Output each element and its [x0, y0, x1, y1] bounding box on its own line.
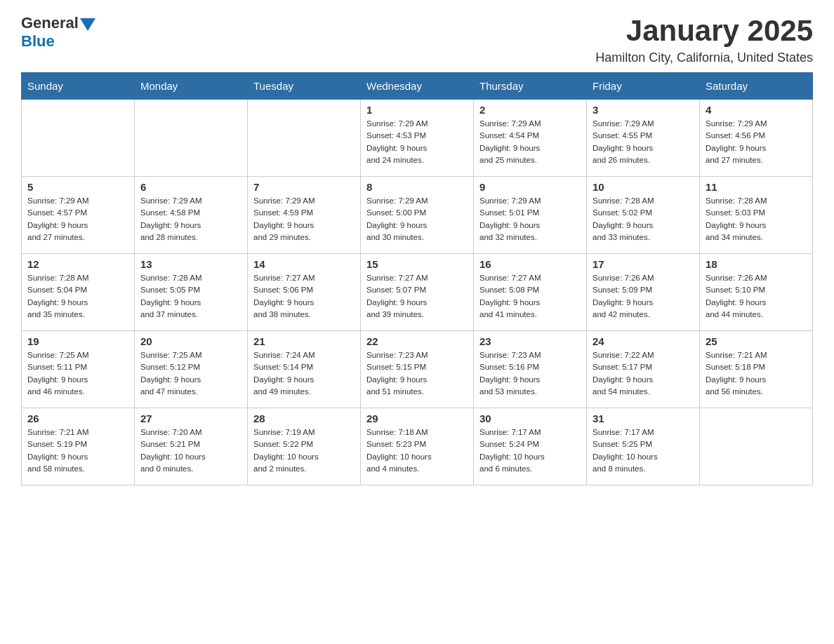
- table-row: 1Sunrise: 7:29 AMSunset: 4:53 PMDaylight…: [361, 100, 474, 177]
- day-info: Sunrise: 7:18 AMSunset: 5:23 PMDaylight:…: [366, 427, 468, 475]
- calendar-week-row: 12Sunrise: 7:28 AMSunset: 5:04 PMDayligh…: [22, 254, 813, 331]
- table-row: 31Sunrise: 7:17 AMSunset: 5:25 PMDayligh…: [587, 408, 700, 485]
- day-info: Sunrise: 7:23 AMSunset: 5:16 PMDaylight:…: [479, 349, 581, 398]
- day-info: Sunrise: 7:29 AMSunset: 4:56 PMDaylight:…: [706, 118, 807, 166]
- day-info: Sunrise: 7:27 AMSunset: 5:07 PMDaylight:…: [366, 272, 468, 321]
- day-number: 3: [593, 104, 694, 116]
- table-row: 9Sunrise: 7:29 AMSunset: 5:01 PMDaylight…: [474, 177, 587, 254]
- day-info: Sunrise: 7:24 AMSunset: 5:14 PMDaylight:…: [253, 349, 355, 398]
- day-info: Sunrise: 7:25 AMSunset: 5:12 PMDaylight:…: [140, 349, 241, 398]
- calendar-week-row: 26Sunrise: 7:21 AMSunset: 5:19 PMDayligh…: [22, 408, 813, 485]
- calendar-week-row: 5Sunrise: 7:29 AMSunset: 4:57 PMDaylight…: [22, 177, 813, 254]
- table-row: 5Sunrise: 7:29 AMSunset: 4:57 PMDaylight…: [22, 177, 135, 254]
- day-info: Sunrise: 7:29 AMSunset: 4:59 PMDaylight:…: [253, 195, 355, 243]
- day-number: 30: [479, 412, 581, 424]
- day-number: 20: [140, 335, 241, 347]
- table-row: 25Sunrise: 7:21 AMSunset: 5:18 PMDayligh…: [700, 331, 813, 408]
- day-number: 19: [27, 335, 128, 347]
- calendar-subtitle: Hamilton City, California, United States: [595, 51, 813, 65]
- day-number: 13: [140, 258, 241, 270]
- day-info: Sunrise: 7:28 AMSunset: 5:02 PMDaylight:…: [593, 195, 694, 243]
- day-info: Sunrise: 7:29 AMSunset: 4:55 PMDaylight:…: [593, 118, 694, 166]
- col-saturday: Saturday: [700, 73, 813, 100]
- table-row: 8Sunrise: 7:29 AMSunset: 5:00 PMDaylight…: [361, 177, 474, 254]
- calendar-week-row: 1Sunrise: 7:29 AMSunset: 4:53 PMDaylight…: [22, 100, 813, 177]
- col-sunday: Sunday: [22, 73, 135, 100]
- day-info: Sunrise: 7:29 AMSunset: 5:00 PMDaylight:…: [366, 195, 468, 243]
- day-number: 11: [706, 181, 807, 193]
- table-row: 22Sunrise: 7:23 AMSunset: 5:15 PMDayligh…: [361, 331, 474, 408]
- table-row: 15Sunrise: 7:27 AMSunset: 5:07 PMDayligh…: [361, 254, 474, 331]
- table-row: 6Sunrise: 7:29 AMSunset: 4:58 PMDaylight…: [135, 177, 248, 254]
- logo-triangle-icon: [80, 18, 95, 31]
- day-number: 4: [706, 104, 807, 116]
- day-info: Sunrise: 7:17 AMSunset: 5:24 PMDaylight:…: [479, 427, 581, 475]
- col-thursday: Thursday: [474, 73, 587, 100]
- day-number: 6: [140, 181, 241, 193]
- svg-marker-0: [80, 18, 95, 31]
- day-number: 15: [366, 258, 468, 270]
- table-row: 26Sunrise: 7:21 AMSunset: 5:19 PMDayligh…: [22, 408, 135, 485]
- page-header: General Blue January 2025 Hamilton City,…: [21, 14, 813, 65]
- table-row: 19Sunrise: 7:25 AMSunset: 5:11 PMDayligh…: [22, 331, 135, 408]
- table-row: 17Sunrise: 7:26 AMSunset: 5:09 PMDayligh…: [587, 254, 700, 331]
- table-row: 12Sunrise: 7:28 AMSunset: 5:04 PMDayligh…: [22, 254, 135, 331]
- title-section: January 2025 Hamilton City, California, …: [595, 14, 813, 65]
- table-row: 24Sunrise: 7:22 AMSunset: 5:17 PMDayligh…: [587, 331, 700, 408]
- day-number: 2: [479, 104, 581, 116]
- day-number: 26: [27, 412, 128, 424]
- table-row: 16Sunrise: 7:27 AMSunset: 5:08 PMDayligh…: [474, 254, 587, 331]
- table-row: 3Sunrise: 7:29 AMSunset: 4:55 PMDaylight…: [587, 100, 700, 177]
- table-row: 27Sunrise: 7:20 AMSunset: 5:21 PMDayligh…: [135, 408, 248, 485]
- col-monday: Monday: [135, 73, 248, 100]
- table-row: 4Sunrise: 7:29 AMSunset: 4:56 PMDaylight…: [700, 100, 813, 177]
- day-number: 5: [27, 181, 128, 193]
- table-row: [135, 100, 248, 177]
- table-row: 29Sunrise: 7:18 AMSunset: 5:23 PMDayligh…: [361, 408, 474, 485]
- logo: General Blue: [21, 14, 95, 51]
- day-info: Sunrise: 7:29 AMSunset: 4:54 PMDaylight:…: [479, 118, 581, 166]
- day-info: Sunrise: 7:29 AMSunset: 4:57 PMDaylight:…: [27, 195, 128, 243]
- table-row: [248, 100, 361, 177]
- table-row: 28Sunrise: 7:19 AMSunset: 5:22 PMDayligh…: [248, 408, 361, 485]
- day-info: Sunrise: 7:27 AMSunset: 5:08 PMDaylight:…: [479, 272, 581, 321]
- day-number: 27: [140, 412, 241, 424]
- day-number: 29: [366, 412, 468, 424]
- day-info: Sunrise: 7:26 AMSunset: 5:09 PMDaylight:…: [593, 272, 694, 321]
- logo-text-blue: Blue: [21, 32, 55, 50]
- day-number: 28: [253, 412, 355, 424]
- day-info: Sunrise: 7:20 AMSunset: 5:21 PMDaylight:…: [140, 427, 241, 475]
- col-tuesday: Tuesday: [248, 73, 361, 100]
- day-number: 12: [27, 258, 128, 270]
- day-info: Sunrise: 7:28 AMSunset: 5:05 PMDaylight:…: [140, 272, 241, 321]
- day-number: 23: [479, 335, 581, 347]
- table-row: 30Sunrise: 7:17 AMSunset: 5:24 PMDayligh…: [474, 408, 587, 485]
- day-number: 14: [253, 258, 355, 270]
- col-wednesday: Wednesday: [361, 73, 474, 100]
- table-row: [22, 100, 135, 177]
- calendar-header-row: Sunday Monday Tuesday Wednesday Thursday…: [22, 73, 813, 100]
- table-row: 13Sunrise: 7:28 AMSunset: 5:05 PMDayligh…: [135, 254, 248, 331]
- table-row: 14Sunrise: 7:27 AMSunset: 5:06 PMDayligh…: [248, 254, 361, 331]
- day-number: 1: [366, 104, 468, 116]
- col-friday: Friday: [587, 73, 700, 100]
- day-number: 22: [366, 335, 468, 347]
- day-info: Sunrise: 7:25 AMSunset: 5:11 PMDaylight:…: [27, 349, 128, 398]
- table-row: 2Sunrise: 7:29 AMSunset: 4:54 PMDaylight…: [474, 100, 587, 177]
- calendar-title: January 2025: [595, 14, 813, 48]
- calendar-table: Sunday Monday Tuesday Wednesday Thursday…: [21, 72, 813, 485]
- table-row: [700, 408, 813, 485]
- day-info: Sunrise: 7:21 AMSunset: 5:19 PMDaylight:…: [27, 427, 128, 475]
- day-info: Sunrise: 7:21 AMSunset: 5:18 PMDaylight:…: [706, 349, 807, 398]
- day-number: 7: [253, 181, 355, 193]
- day-info: Sunrise: 7:17 AMSunset: 5:25 PMDaylight:…: [593, 427, 694, 475]
- day-number: 24: [593, 335, 694, 347]
- day-number: 16: [479, 258, 581, 270]
- day-number: 8: [366, 181, 468, 193]
- day-info: Sunrise: 7:28 AMSunset: 5:03 PMDaylight:…: [706, 195, 807, 243]
- day-number: 25: [706, 335, 807, 347]
- day-info: Sunrise: 7:19 AMSunset: 5:22 PMDaylight:…: [253, 427, 355, 475]
- day-number: 18: [706, 258, 807, 270]
- table-row: 10Sunrise: 7:28 AMSunset: 5:02 PMDayligh…: [587, 177, 700, 254]
- calendar-week-row: 19Sunrise: 7:25 AMSunset: 5:11 PMDayligh…: [22, 331, 813, 408]
